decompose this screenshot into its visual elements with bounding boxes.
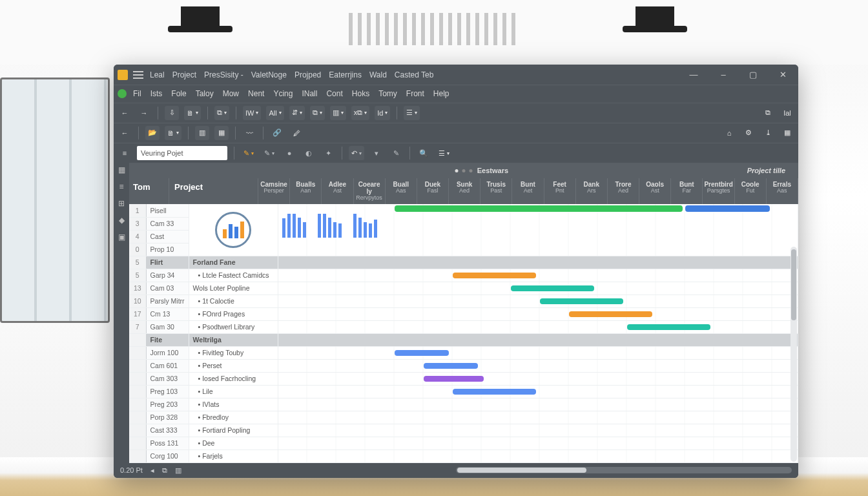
period-column[interactable]: SunkAed	[449, 178, 480, 204]
search-icon[interactable]: 🔍	[417, 146, 431, 160]
status-icon[interactable]: ◂	[150, 466, 154, 475]
gantt-bar[interactable]	[424, 363, 478, 369]
project-name-input[interactable]: Veuring Pojet	[137, 146, 227, 160]
gantt-bar[interactable]	[424, 376, 484, 382]
horizontal-scrollbar[interactable]	[456, 467, 792, 473]
folder-icon[interactable]: 📂	[145, 126, 160, 140]
edit-icon[interactable]: 🖉	[289, 126, 304, 140]
grid-body[interactable]: 1Pisell3Cam 334Cast0Prop 105FlirtForland…	[129, 204, 798, 463]
dropdown-id[interactable]: Id▾	[375, 106, 390, 120]
menu-item[interactable]: Nent	[248, 89, 264, 98]
menu-item[interactable]: Front	[406, 89, 424, 98]
title-item[interactable]: Casted Teb	[395, 70, 434, 79]
gantt-bar[interactable]	[540, 298, 623, 304]
col-a-header[interactable]: Tom	[129, 178, 169, 204]
grid-icon[interactable]: ▥	[195, 126, 209, 140]
table-row[interactable]: Cam 601• Perset	[129, 359, 798, 372]
title-item[interactable]: Projped	[294, 70, 321, 79]
period-column[interactable]: TroreAed	[608, 178, 639, 204]
menu-item[interactable]: Help	[433, 89, 450, 98]
page-dots[interactable]	[455, 169, 473, 172]
period-column[interactable]: BuntFar	[671, 178, 703, 204]
gutter-icon[interactable]: ≡	[117, 182, 126, 191]
period-column[interactable]: DankArs	[576, 178, 608, 204]
title-item[interactable]: Leal	[150, 70, 165, 79]
link-icon[interactable]: 🔗	[270, 126, 284, 140]
gantt-bar[interactable]	[453, 273, 536, 278]
menu-item[interactable]: Fil	[133, 89, 141, 98]
col-b-header[interactable]: Project	[169, 178, 258, 204]
hamburger-icon[interactable]	[133, 71, 143, 79]
table-row[interactable]: 1Pisell	[129, 204, 798, 217]
gutter-icon[interactable]: ▣	[117, 232, 126, 242]
sort-icon[interactable]: ⇵▾	[289, 106, 305, 120]
menu-item[interactable]: Taloy	[196, 89, 214, 98]
period-column[interactable]: FeetPnt	[544, 178, 576, 204]
gutter-icon[interactable]: ⊞	[117, 199, 126, 208]
menu-item[interactable]: INall	[302, 89, 317, 98]
download-icon[interactable]: ⤓	[761, 126, 775, 140]
menu-item[interactable]: Ists	[150, 89, 163, 98]
hamburger2-icon[interactable]: ≡	[118, 146, 132, 160]
gantt-bar[interactable]	[627, 324, 710, 330]
table-row[interactable]: Porp 328• Fbredloy	[129, 411, 798, 424]
grid2-icon[interactable]: ▥▾	[330, 106, 346, 120]
dropdown-all[interactable]: All▾	[266, 106, 284, 120]
period-column[interactable]: AdleeAst	[322, 178, 353, 204]
panel-icon[interactable]: ⧉▾	[214, 106, 229, 120]
table-row[interactable]: 7Gam 30• Psodtwerl Library	[129, 320, 798, 333]
menu-item[interactable]: Ycing	[273, 89, 293, 98]
table-row[interactable]: Preg 103• Lile	[129, 385, 798, 398]
label-ial[interactable]: Ial	[780, 106, 794, 120]
list-icon[interactable]: ☰▾	[404, 106, 420, 120]
menu-item[interactable]: Hoks	[352, 89, 369, 98]
panel2-icon[interactable]: ⧉▾	[310, 106, 325, 120]
gutter-icon[interactable]: ◆	[117, 216, 126, 225]
gantt-bar[interactable]	[569, 311, 652, 317]
period-column[interactable]: BuallAas	[386, 178, 417, 204]
table-row[interactable]: Poss 131• Dee	[129, 437, 798, 450]
period-column[interactable]: OaolsAst	[639, 178, 671, 204]
forward-button[interactable]: →	[137, 106, 151, 120]
circle-icon[interactable]: ●	[282, 146, 296, 160]
back2-button[interactable]: ←	[118, 126, 132, 140]
halfcircle-icon[interactable]: ◐	[302, 146, 316, 160]
status-icon[interactable]: ⧉	[162, 466, 167, 475]
title-item[interactable]: Project	[172, 70, 196, 79]
layout-icon[interactable]: ⧉	[761, 106, 775, 120]
page-icon[interactable]: 🗎▾	[184, 106, 201, 120]
home-icon[interactable]: ⌂	[722, 126, 736, 140]
table-row[interactable]: 17Cm 13• FOnrd Prages	[129, 307, 798, 320]
close-button[interactable]: ✕	[774, 66, 792, 84]
table-row[interactable]: Cam 303• Iosed Facrhocling	[129, 372, 798, 385]
dropdown-iw[interactable]: IW▾	[243, 106, 261, 120]
table-row[interactable]: 5FlirtForland Fane	[129, 256, 798, 269]
period-column[interactable]: ErralsAas	[767, 178, 798, 204]
menu-item[interactable]: Cont	[326, 89, 342, 98]
period-column[interactable]: CamsinePersper	[258, 178, 290, 204]
menu-item[interactable]: Tomy	[378, 89, 397, 98]
vertical-scrollbar[interactable]	[790, 247, 797, 462]
gantt-bar[interactable]	[395, 350, 449, 356]
title-item[interactable]: Eaterrjins	[329, 70, 362, 79]
line-icon[interactable]: 〰	[242, 126, 256, 140]
table-row[interactable]: 13Cam 03Wols Loter Popline	[129, 282, 798, 294]
period-column[interactable]: Coeare lyRervpytos	[354, 178, 386, 204]
tool-icon[interactable]: ⇩	[165, 106, 179, 120]
period-column[interactable]: CooleFut	[735, 178, 767, 204]
grid-alt-icon[interactable]: ▦	[214, 126, 229, 140]
table-row[interactable]: FiteWeltrilga	[129, 333, 798, 346]
minimize2-button[interactable]: —	[685, 66, 703, 84]
menu-item[interactable]: Fole	[171, 89, 186, 98]
sparkle-icon[interactable]: ✦	[321, 146, 335, 160]
menu-icon[interactable]: ☰▾	[436, 146, 452, 160]
maximize-button[interactable]: ▢	[744, 66, 762, 84]
table-row[interactable]: Corg 100• Farjels	[129, 450, 798, 462]
gantt-bar[interactable]	[511, 285, 594, 291]
table-row[interactable]: 5Garp 34• Ltcle Fastect Camidcs	[129, 269, 798, 282]
menu-item[interactable]: Mow	[223, 89, 239, 98]
pencil3-icon[interactable]: ✎	[389, 146, 403, 160]
period-column[interactable]: TrusisPast	[480, 178, 512, 204]
pencil-icon[interactable]: ✎▾	[241, 146, 256, 160]
period-column[interactable]: BuallsAan	[290, 178, 322, 204]
